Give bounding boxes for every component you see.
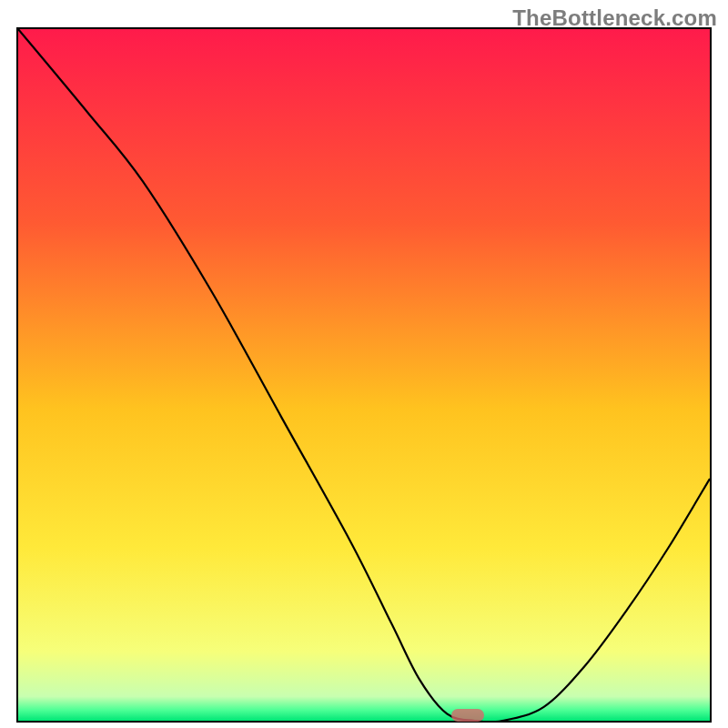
minimum-marker xyxy=(451,709,484,722)
chart-frame xyxy=(16,27,712,723)
curve-path xyxy=(18,29,710,721)
bottleneck-curve xyxy=(18,29,710,721)
